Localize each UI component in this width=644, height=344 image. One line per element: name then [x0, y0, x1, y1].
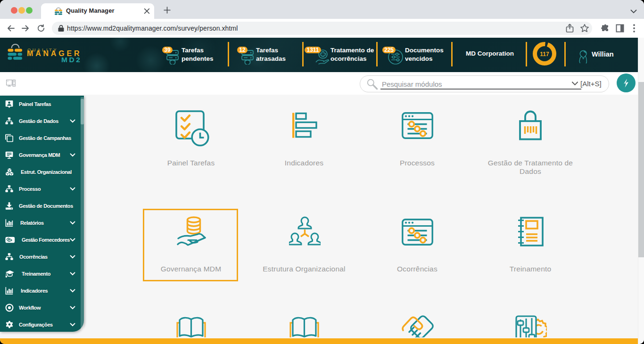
svg-text:117: 117: [540, 51, 549, 57]
